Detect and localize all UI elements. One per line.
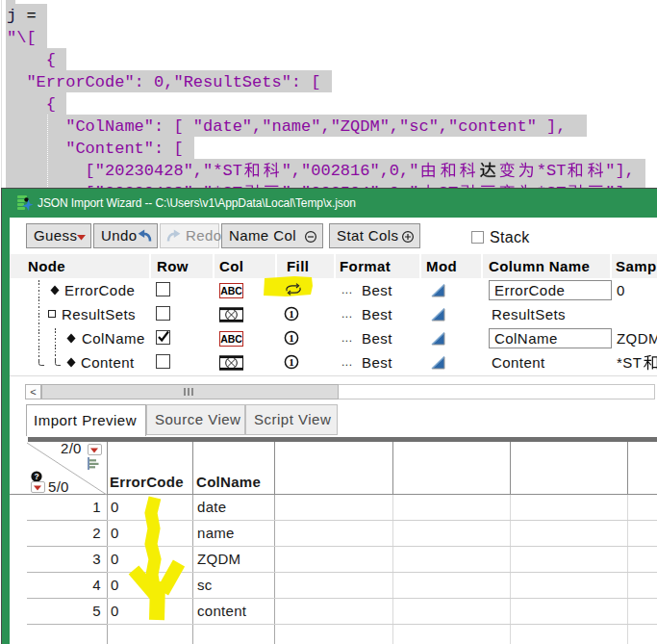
svg-text:1: 1 <box>289 308 294 320</box>
svg-text:?: ? <box>34 472 38 481</box>
svg-text:1: 1 <box>289 356 294 368</box>
svg-text:1: 1 <box>289 332 294 344</box>
